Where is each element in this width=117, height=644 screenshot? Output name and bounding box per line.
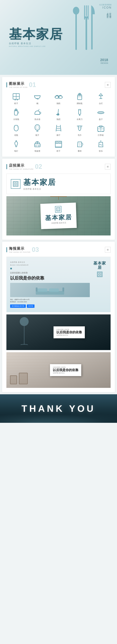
thank-bg-deco	[0, 412, 117, 423]
svg-rect-88	[56, 208, 60, 211]
icon-seasoning: 调味瓶	[70, 92, 90, 105]
icon-label-mirror: 镜子	[35, 134, 39, 136]
icon-label-ladder: 梯子	[57, 134, 60, 136]
sig-banner: 基本家居 自然呼吸·基本生活	[6, 174, 111, 194]
svg-point-0	[73, 7, 79, 14]
icon-section: 图标展示 THE SHOW OF ICON 01 ⊞ 柜子	[2, 77, 115, 157]
hero-icon-title: ICON	[103, 6, 112, 9]
hero-design-label: DESIGN	[100, 62, 108, 64]
icon-rice-cooker: 电饭煲	[27, 140, 47, 152]
section1-title-en: THE SHOW OF ICON	[9, 86, 27, 88]
poster-category: BASIC HOUSEWEAR	[10, 264, 90, 266]
frame1-brand: 自然呼吸·基本生活	[56, 334, 82, 336]
frame1-small: 以前你是家人的依靠	[56, 328, 82, 330]
icon-lamp: 台灯	[91, 92, 111, 105]
icon-cabinet2: 柜子	[49, 140, 68, 152]
svg-rect-85	[16, 182, 17, 184]
icon-mirror: 镜子	[27, 124, 47, 136]
poster-content: 自然呼吸·基本生活 BASIC HOUSEWEAR ■ 以前你是家人的依靠 以后…	[6, 257, 111, 312]
svg-rect-96	[36, 288, 37, 292]
svg-rect-7	[91, 14, 93, 50]
icon-label-suitcase: 行李箱	[98, 134, 104, 136]
svg-rect-3	[86, 5, 87, 16]
section1-title-cn: 图标展示	[9, 81, 27, 86]
frame2-headline: 以后我是你的依靠	[53, 368, 78, 372]
section2-number: 02	[35, 164, 42, 170]
icon-bowl: 碗	[27, 92, 47, 105]
poster-left: 自然呼吸·基本生活 BASIC HOUSEWEAR ■ 以前你是家人的依靠 以后…	[10, 261, 90, 308]
svg-rect-74	[59, 142, 61, 143]
icon-label-plate: 盘子	[99, 118, 103, 121]
sig-tagline: 自然呼吸·基本生活	[23, 188, 56, 190]
svg-point-70	[38, 146, 39, 146]
section3-number: 03	[32, 246, 39, 253]
icons-grid: 柜子 碗 拖鞋 调味瓶	[6, 92, 111, 152]
svg-rect-95	[49, 288, 59, 292]
svg-point-69	[36, 146, 36, 146]
svg-rect-73	[56, 142, 58, 143]
icon-plate: 盘子	[91, 108, 111, 121]
sig-brand-name: 基本家居	[23, 177, 56, 187]
icon-mop: 拖把	[49, 108, 68, 121]
section2-icon-btn[interactable]: ⊞	[105, 164, 111, 170]
section1-header: 图标展示 THE SHOW OF ICON 01 ⊞	[6, 81, 111, 88]
svg-rect-84	[14, 182, 15, 184]
icon-ladder: 梯子	[49, 124, 68, 136]
icon-label-bulb: 电灯	[14, 150, 18, 152]
hero-section: 基本家居 自然呼吸 基本生活 NATURAL BREATHING AND SIM…	[0, 0, 117, 75]
frame2-small: 以前你是家人的依靠	[53, 366, 78, 368]
section1-icon-btn[interactable]: ⊞	[105, 82, 111, 88]
svg-rect-66	[34, 144, 40, 147]
svg-point-11	[15, 96, 15, 97]
icon-label-mop: 拖把	[57, 118, 60, 121]
thank-you-section: THANK YOU	[0, 394, 117, 423]
board-logo	[55, 206, 62, 212]
poster-section: 海报展示 THE SHOW OF POSTER 03 ⊞ 自然呼吸·基本生活 B…	[2, 242, 115, 392]
alipay-button[interactable]: 支付鼓励去支付宝	[10, 304, 26, 308]
alipay-logo: 支付宝	[27, 304, 34, 308]
svg-rect-75	[55, 147, 62, 148]
svg-point-82	[101, 140, 101, 141]
svg-rect-102	[100, 275, 102, 276]
section1-number: 01	[29, 82, 36, 88]
poster-photo1: 以前你是家人的依靠 以后我是你的依靠 自然呼吸·基本生活	[6, 314, 111, 350]
hero-year-number: 2018	[100, 58, 108, 62]
svg-rect-91	[57, 210, 58, 211]
svg-point-42	[35, 124, 40, 130]
poster-right-title: 基本家居	[93, 261, 107, 270]
poster-headline: 以后我是你的依靠	[10, 276, 90, 281]
icon-bulb: 电灯	[6, 140, 26, 152]
svg-rect-19	[78, 95, 82, 100]
section-bar-2	[6, 164, 7, 169]
icon-towel: 毛巾	[70, 124, 90, 136]
section-bar-3	[6, 247, 7, 252]
icon-label-seasoning: 调味瓶	[77, 102, 83, 105]
svg-point-67	[37, 142, 38, 143]
svg-rect-86	[14, 184, 15, 186]
svg-rect-94	[37, 288, 47, 292]
sig-photo-board: 基本家居 自然呼吸·基本生活	[40, 203, 77, 229]
svg-rect-99	[98, 272, 99, 274]
svg-rect-6	[86, 18, 87, 50]
poster-address: 地址：成都市XX区XX路XXX号 联系电话：028-8888.8888	[10, 298, 90, 303]
svg-rect-71	[55, 141, 62, 147]
poster-sub: 以前你是家人的依靠	[10, 272, 90, 274]
icon-kettle: 热水壶	[27, 108, 47, 121]
icon-slippers: 拖鞋	[49, 92, 68, 105]
poster-frame1: 以前你是家人的依靠 以后我是你的依靠 自然呼吸·基本生活	[54, 326, 85, 338]
icon-label-kettle: 热水壶	[34, 118, 40, 121]
icon-label-vase: 花瓶	[14, 134, 18, 136]
svg-rect-14	[17, 99, 18, 100]
svg-point-103	[20, 317, 29, 326]
svg-rect-90	[58, 208, 60, 209]
poster-alipay: 支付鼓励去支付宝 支付宝	[10, 304, 90, 308]
svg-rect-97	[62, 288, 64, 292]
hero-vertical-text: 杯·筷·碗·碟桌·椅·橱·柜	[106, 11, 112, 15]
svg-point-60	[103, 131, 103, 132]
poster-divider: ■	[10, 267, 90, 270]
hero-right-block: 生活家居类图标 ICON 杯·筷·碗·碟桌·椅·橱·柜	[99, 4, 112, 15]
poster-small-title: 自然呼吸·基本生活	[10, 261, 90, 264]
svg-point-45	[36, 126, 39, 129]
section3-icon-btn[interactable]: ⊞	[105, 247, 111, 252]
poster-bed-img	[10, 283, 90, 297]
